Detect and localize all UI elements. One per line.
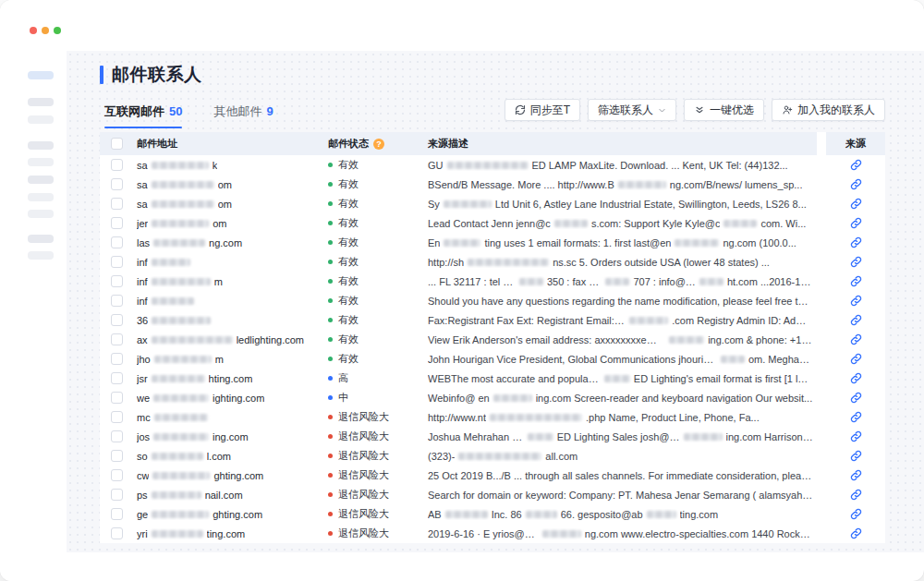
link-icon[interactable]	[850, 256, 862, 268]
link-icon[interactable]	[850, 295, 862, 307]
tab-internet-mail[interactable]: 互联网邮件50	[104, 103, 182, 128]
email-cell: psnail.com	[137, 490, 328, 501]
text-segment: ing.com Screen-reader and keyboard navig…	[536, 393, 813, 404]
link-icon[interactable]	[850, 411, 862, 423]
row-checkbox[interactable]	[111, 450, 123, 462]
status-cell: 退信风险大	[328, 488, 428, 502]
text-segment: Sy	[428, 199, 440, 210]
text-segment: om	[218, 179, 232, 190]
status-dot	[328, 376, 333, 381]
redacted-text	[468, 259, 549, 266]
text-segment: ledlighting.com	[237, 334, 304, 345]
table-row: cwghting.com 退信风险大 25 Oct 2019 B.../B ..…	[100, 466, 885, 485]
row-checkbox[interactable]	[111, 159, 123, 171]
redacted-text	[605, 278, 629, 285]
add-button-label: 加入我的联系人	[797, 103, 875, 118]
email-cell: sak	[137, 160, 328, 171]
text-segment: s.com: Support Kyle Kyle@c	[591, 218, 721, 229]
status-label: 退信风险大	[338, 468, 389, 482]
link-icon[interactable]	[850, 217, 862, 229]
text-segment: sa	[137, 199, 148, 210]
row-checkbox[interactable]	[111, 527, 123, 539]
row-checkbox[interactable]	[111, 430, 123, 442]
table-row: axledlighting.com 有效 View Erik Anderson'…	[100, 330, 885, 349]
add-to-contacts-button[interactable]: 加入我的联系人	[772, 99, 885, 121]
text-segment: om. Meghan ...	[748, 354, 813, 365]
text-segment: http://www.nt	[428, 412, 486, 423]
tab-label: 互联网邮件	[104, 104, 164, 118]
row-checkbox[interactable]	[111, 275, 123, 287]
link-icon[interactable]	[850, 178, 862, 190]
title-accent-bar	[100, 66, 103, 84]
redacted-text	[153, 394, 209, 402]
redacted-text	[152, 491, 201, 499]
sidebar-skeleton-item	[28, 98, 54, 106]
text-segment: ting.com	[680, 509, 719, 520]
sync-button[interactable]: 同步至T	[505, 99, 580, 121]
desc-cell: WEBThe most accurate and popular ErED Li…	[428, 373, 817, 384]
row-checkbox[interactable]	[111, 469, 123, 481]
window-zoom-button[interactable]	[54, 27, 61, 34]
row-checkbox[interactable]	[111, 392, 123, 404]
link-icon[interactable]	[850, 430, 862, 442]
link-icon[interactable]	[850, 392, 862, 404]
header-status: 邮件状态?	[328, 132, 428, 155]
help-icon[interactable]: ?	[373, 139, 384, 150]
text-segment: k	[213, 160, 218, 171]
link-icon[interactable]	[850, 333, 862, 345]
link-icon[interactable]	[850, 236, 862, 248]
row-checkbox[interactable]	[111, 217, 123, 229]
redacted-text	[152, 200, 214, 208]
select-all-checkbox[interactable]	[111, 138, 123, 150]
link-icon[interactable]	[850, 527, 862, 539]
redacted-text	[152, 181, 214, 188]
link-icon[interactable]	[850, 198, 862, 210]
one-click-optimize-button[interactable]: 一键优选	[684, 99, 764, 121]
status-label: 退信风险大	[338, 449, 389, 463]
row-checkbox[interactable]	[111, 236, 123, 248]
window-close-button[interactable]	[30, 27, 37, 34]
status-label: 有效	[338, 177, 359, 191]
row-checkbox[interactable]	[111, 353, 123, 365]
status-label: 退信风险大	[338, 430, 389, 443]
link-icon[interactable]	[850, 469, 862, 481]
link-icon[interactable]	[850, 508, 862, 520]
text-segment: View Erik Anderson's email address: axxx…	[428, 334, 665, 345]
link-icon[interactable]	[850, 314, 862, 326]
link-icon[interactable]	[850, 353, 862, 365]
filter-contacts-button[interactable]: 筛选联系人	[588, 99, 676, 121]
text-segment: ht.com ...2016-12...	[727, 276, 813, 287]
text-segment: 36	[137, 315, 148, 326]
desc-cell: Webinfo@ ening.com Screen-reader and key…	[428, 393, 817, 404]
row-checkbox[interactable]	[111, 372, 123, 384]
row-checkbox[interactable]	[111, 256, 123, 268]
row-checkbox[interactable]	[111, 295, 123, 307]
redacted-text	[152, 259, 190, 266]
link-icon[interactable]	[850, 489, 862, 501]
text-segment: Ltd Unit 6, Astley Lane Industrial Estat…	[495, 199, 807, 210]
row-checkbox[interactable]	[111, 314, 123, 326]
row-checkbox[interactable]	[111, 198, 123, 210]
link-icon[interactable]	[850, 159, 862, 171]
row-checkbox[interactable]	[111, 411, 123, 423]
text-segment: l.com	[207, 451, 231, 462]
link-icon[interactable]	[850, 275, 862, 287]
text-segment: so	[137, 451, 148, 462]
row-checkbox[interactable]	[111, 508, 123, 520]
table-row: josing.com 退信风险大 Joshua Mehrahan EnED Li…	[100, 427, 885, 446]
redacted-text	[152, 297, 194, 305]
status-cell: 退信风险大	[328, 527, 428, 540]
row-checkbox[interactable]	[111, 333, 123, 345]
email-cell: josing.com	[137, 431, 328, 442]
row-checkbox[interactable]	[111, 489, 123, 501]
link-icon[interactable]	[850, 372, 862, 384]
status-label: 有效	[338, 352, 359, 366]
redacted-text	[542, 530, 581, 538]
window-minimize-button[interactable]	[42, 27, 49, 34]
tab-other-mail[interactable]: 其他邮件9	[213, 103, 273, 128]
table-row: yriting.com 退信风险大 2019-6-16 · E yrios@em…	[100, 524, 885, 543]
row-checkbox[interactable]	[111, 178, 123, 190]
link-icon[interactable]	[850, 450, 862, 462]
redacted-text	[152, 220, 209, 227]
redacted-text	[526, 511, 557, 518]
